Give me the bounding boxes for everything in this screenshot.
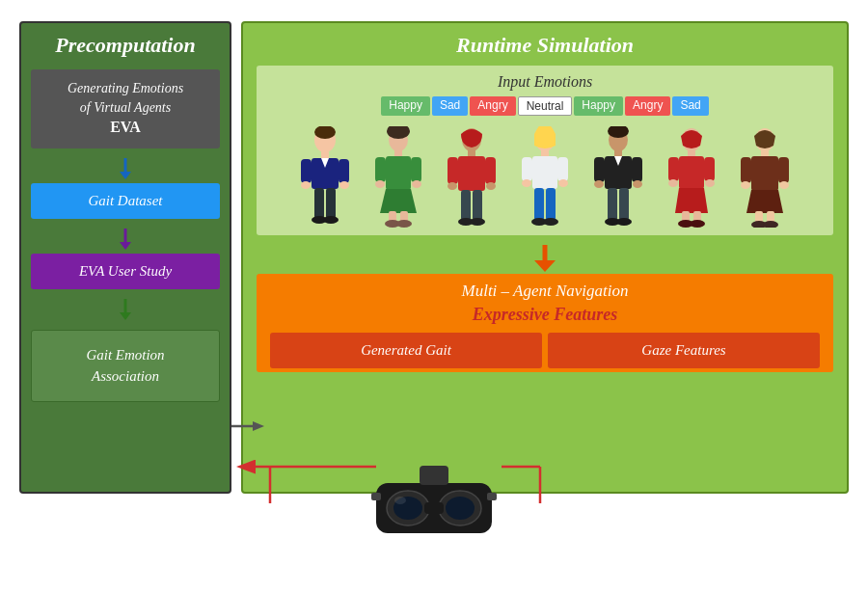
svg-rect-111 xyxy=(424,502,444,514)
gaze-features-box: Gaze Features xyxy=(548,333,820,368)
tag-neutral: Neutral xyxy=(518,96,573,116)
avatars-row xyxy=(266,121,824,228)
svg-rect-33 xyxy=(468,150,475,157)
svg-rect-68 xyxy=(688,150,695,157)
svg-rect-83 xyxy=(778,157,789,183)
svg-point-85 xyxy=(779,181,789,189)
generated-gait-box: Generated Gait xyxy=(270,333,542,368)
svg-point-14 xyxy=(339,181,349,189)
svg-rect-69 xyxy=(679,156,704,189)
gait-dataset-label: Gait Dataset xyxy=(44,193,206,209)
gaze-features-label: Gaze Features xyxy=(557,342,810,359)
svg-rect-11 xyxy=(301,159,312,183)
svg-rect-15 xyxy=(314,188,324,219)
svg-rect-56 xyxy=(614,150,622,157)
svg-rect-113 xyxy=(371,493,381,500)
avatar-5 xyxy=(583,121,653,228)
precomputation-title: Precomputation xyxy=(31,33,220,58)
svg-rect-114 xyxy=(487,493,497,500)
svg-rect-8 xyxy=(321,151,329,159)
vr-headset-svg xyxy=(371,464,497,546)
svg-rect-63 xyxy=(608,188,617,221)
arrow-gait-to-study xyxy=(31,229,220,250)
input-emotions-title: Input Emotions xyxy=(266,73,824,91)
svg-rect-59 xyxy=(594,157,605,182)
navigation-section: Multi – Agent Navigation Expressive Feat… xyxy=(257,274,833,372)
arrow-eva-to-gait xyxy=(31,158,220,179)
nav-title: Multi – Agent Navigation xyxy=(270,282,820,301)
input-emotions-section: Input Emotions Happy Sad Angry Neutral H… xyxy=(257,66,833,235)
gait-emotion-line2: Association xyxy=(45,365,205,388)
svg-rect-60 xyxy=(632,157,642,182)
tag-angry-2: Angry xyxy=(625,96,670,116)
svg-marker-86 xyxy=(746,190,783,213)
svg-marker-5 xyxy=(120,312,131,320)
svg-point-53 xyxy=(543,218,558,226)
svg-point-73 xyxy=(705,179,715,187)
svg-rect-64 xyxy=(619,188,629,221)
runtime-panel: Runtime Simulation Input Emotions Happy … xyxy=(241,21,849,494)
tag-angry-1: Angry xyxy=(470,96,515,116)
arrow-study-to-emotion xyxy=(31,299,220,320)
avatar-1 xyxy=(290,121,360,228)
emotion-tags-row: Happy Sad Angry Neutral Happy Angry Sad xyxy=(266,96,824,116)
svg-point-84 xyxy=(741,181,750,189)
svg-point-48 xyxy=(522,179,531,187)
svg-rect-16 xyxy=(326,188,336,219)
svg-point-18 xyxy=(323,216,339,224)
eva-line2: of Virtual Agents xyxy=(44,98,206,118)
runtime-title: Runtime Simulation xyxy=(257,33,833,58)
svg-marker-3 xyxy=(120,242,131,250)
svg-rect-24 xyxy=(411,157,421,182)
svg-rect-51 xyxy=(546,188,556,221)
svg-point-38 xyxy=(486,182,496,190)
svg-point-115 xyxy=(394,497,406,504)
generated-gait-label: Generated Gait xyxy=(280,342,532,359)
avatar-6 xyxy=(657,121,726,228)
svg-rect-23 xyxy=(375,157,386,182)
svg-rect-44 xyxy=(541,150,549,157)
svg-rect-22 xyxy=(386,156,411,190)
orange-arrow xyxy=(257,245,833,272)
precomputation-panel: Precomputation Generating Emotions of Vi… xyxy=(19,21,231,494)
svg-rect-21 xyxy=(394,150,402,157)
svg-rect-71 xyxy=(704,157,715,181)
tag-happy-1: Happy xyxy=(381,96,430,116)
svg-point-26 xyxy=(412,180,421,188)
avatar-7 xyxy=(730,121,800,228)
svg-point-66 xyxy=(616,218,632,226)
tag-sad-2: Sad xyxy=(672,96,708,116)
svg-rect-82 xyxy=(741,157,751,183)
svg-rect-70 xyxy=(668,157,679,181)
gait-emotion-line1: Gait Emotion xyxy=(45,344,205,366)
svg-point-49 xyxy=(558,179,568,187)
user-study-label: EVA User Study xyxy=(44,263,206,280)
svg-point-72 xyxy=(668,179,678,187)
avatar-4 xyxy=(510,121,580,228)
tag-sad-1: Sad xyxy=(432,96,468,116)
expressive-features-label: Expressive Features xyxy=(270,305,820,325)
svg-marker-1 xyxy=(120,172,131,179)
svg-rect-35 xyxy=(448,157,458,184)
svg-rect-81 xyxy=(751,156,778,191)
svg-point-25 xyxy=(375,180,385,188)
svg-point-42 xyxy=(470,218,485,226)
svg-point-31 xyxy=(396,220,412,228)
svg-rect-47 xyxy=(557,157,568,181)
user-study-box: EVA User Study xyxy=(31,254,220,289)
svg-marker-92 xyxy=(534,260,556,272)
svg-point-90 xyxy=(763,221,778,228)
svg-rect-50 xyxy=(534,188,544,221)
avatar-2 xyxy=(364,121,433,228)
svg-point-37 xyxy=(448,182,457,190)
svg-rect-40 xyxy=(473,190,482,221)
eva-line1: Generating Emotions xyxy=(44,79,206,98)
svg-rect-39 xyxy=(461,190,471,221)
svg-point-62 xyxy=(633,180,642,188)
svg-rect-36 xyxy=(485,157,496,184)
svg-point-13 xyxy=(301,181,311,189)
svg-rect-112 xyxy=(420,466,448,485)
tag-happy-2: Happy xyxy=(574,96,623,116)
svg-rect-12 xyxy=(339,159,349,183)
bottom-boxes-row: Generated Gait Gaze Features xyxy=(270,333,820,368)
